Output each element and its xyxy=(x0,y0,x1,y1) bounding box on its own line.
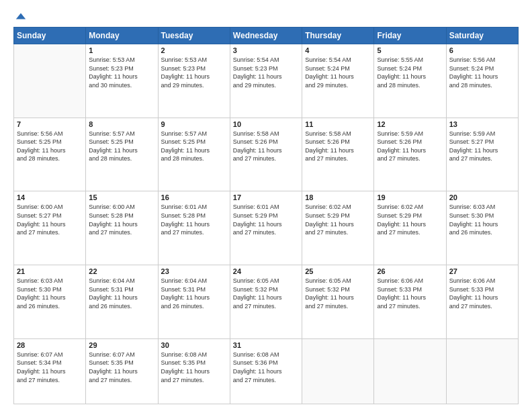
calendar-week-3: 14Sunrise: 6:00 AMSunset: 5:27 PMDayligh… xyxy=(14,191,519,265)
day-info: Sunrise: 6:07 AMSunset: 5:35 PMDaylight:… xyxy=(89,351,154,384)
day-info: Sunrise: 6:05 AMSunset: 5:32 PMDaylight:… xyxy=(233,277,299,310)
day-info: Sunrise: 6:04 AMSunset: 5:31 PMDaylight:… xyxy=(161,277,227,310)
calendar-table: SundayMondayTuesdayWednesdayThursdayFrid… xyxy=(13,27,519,404)
day-number: 18 xyxy=(305,193,371,201)
weekday-header-saturday: Saturday xyxy=(446,28,518,44)
day-info: Sunrise: 6:00 AMSunset: 5:27 PMDaylight:… xyxy=(17,203,83,236)
header xyxy=(13,11,519,21)
day-number: 14 xyxy=(17,193,83,201)
day-info: Sunrise: 5:58 AMSunset: 5:26 PMDaylight:… xyxy=(305,130,371,163)
calendar-week-2: 7Sunrise: 5:56 AMSunset: 5:25 PMDaylight… xyxy=(14,118,519,191)
day-info: Sunrise: 5:59 AMSunset: 5:26 PMDaylight:… xyxy=(377,130,443,163)
day-info: Sunrise: 6:02 AMSunset: 5:29 PMDaylight:… xyxy=(305,203,371,236)
calendar-cell: 2Sunrise: 5:53 AMSunset: 5:23 PMDaylight… xyxy=(158,44,230,118)
day-number: 4 xyxy=(305,46,371,54)
calendar-week-4: 21Sunrise: 6:03 AMSunset: 5:30 PMDayligh… xyxy=(14,265,519,339)
day-info: Sunrise: 6:03 AMSunset: 5:30 PMDaylight:… xyxy=(449,203,515,236)
day-number: 3 xyxy=(233,46,299,54)
calendar-cell xyxy=(302,338,374,404)
weekday-header-monday: Monday xyxy=(86,28,158,44)
day-number: 13 xyxy=(449,120,515,128)
day-number: 22 xyxy=(89,267,154,275)
day-info: Sunrise: 5:53 AMSunset: 5:23 PMDaylight:… xyxy=(161,56,227,89)
day-number: 11 xyxy=(305,120,371,128)
calendar-header: SundayMondayTuesdayWednesdayThursdayFrid… xyxy=(14,28,519,44)
calendar-cell: 6Sunrise: 5:56 AMSunset: 5:24 PMDaylight… xyxy=(446,44,518,118)
calendar-cell: 9Sunrise: 5:57 AMSunset: 5:25 PMDaylight… xyxy=(158,118,230,191)
weekday-header-tuesday: Tuesday xyxy=(158,28,230,44)
day-info: Sunrise: 5:54 AMSunset: 5:24 PMDaylight:… xyxy=(305,56,371,89)
day-info: Sunrise: 5:56 AMSunset: 5:25 PMDaylight:… xyxy=(17,130,83,163)
calendar-cell: 20Sunrise: 6:03 AMSunset: 5:30 PMDayligh… xyxy=(446,191,518,265)
day-number: 25 xyxy=(305,267,371,275)
day-info: Sunrise: 6:05 AMSunset: 5:32 PMDaylight:… xyxy=(305,277,371,310)
day-number: 2 xyxy=(161,46,227,54)
day-info: Sunrise: 6:03 AMSunset: 5:30 PMDaylight:… xyxy=(17,277,83,310)
day-info: Sunrise: 6:08 AMSunset: 5:36 PMDaylight:… xyxy=(233,351,299,384)
day-info: Sunrise: 6:00 AMSunset: 5:28 PMDaylight:… xyxy=(89,203,154,236)
weekday-header-row: SundayMondayTuesdayWednesdayThursdayFrid… xyxy=(14,28,519,44)
day-info: Sunrise: 6:01 AMSunset: 5:28 PMDaylight:… xyxy=(161,203,227,236)
day-number: 9 xyxy=(161,120,227,128)
page: SundayMondayTuesdayWednesdayThursdayFrid… xyxy=(0,0,532,411)
weekday-header-sunday: Sunday xyxy=(14,28,86,44)
weekday-header-friday: Friday xyxy=(374,28,446,44)
calendar-cell: 3Sunrise: 5:54 AMSunset: 5:23 PMDaylight… xyxy=(230,44,302,118)
day-info: Sunrise: 6:06 AMSunset: 5:33 PMDaylight:… xyxy=(377,277,443,310)
day-number: 6 xyxy=(449,46,515,54)
day-number: 20 xyxy=(449,193,515,201)
weekday-header-thursday: Thursday xyxy=(302,28,374,44)
day-info: Sunrise: 5:53 AMSunset: 5:23 PMDaylight:… xyxy=(89,56,154,89)
calendar-week-1: 1Sunrise: 5:53 AMSunset: 5:23 PMDaylight… xyxy=(14,44,519,118)
day-number: 24 xyxy=(233,267,299,275)
calendar-body: 1Sunrise: 5:53 AMSunset: 5:23 PMDaylight… xyxy=(14,44,519,404)
day-number: 16 xyxy=(161,193,227,201)
day-info: Sunrise: 6:06 AMSunset: 5:33 PMDaylight:… xyxy=(449,277,515,310)
day-info: Sunrise: 5:54 AMSunset: 5:23 PMDaylight:… xyxy=(233,56,299,89)
calendar-cell: 4Sunrise: 5:54 AMSunset: 5:24 PMDaylight… xyxy=(302,44,374,118)
day-number: 5 xyxy=(377,46,443,54)
calendar-cell: 28Sunrise: 6:07 AMSunset: 5:34 PMDayligh… xyxy=(14,338,86,404)
calendar-week-5: 28Sunrise: 6:07 AMSunset: 5:34 PMDayligh… xyxy=(14,338,519,404)
day-number: 27 xyxy=(449,267,515,275)
calendar-cell: 24Sunrise: 6:05 AMSunset: 5:32 PMDayligh… xyxy=(230,265,302,339)
day-number: 17 xyxy=(233,193,299,201)
calendar-cell: 11Sunrise: 5:58 AMSunset: 5:26 PMDayligh… xyxy=(302,118,374,191)
day-info: Sunrise: 5:57 AMSunset: 5:25 PMDaylight:… xyxy=(89,130,154,163)
calendar-cell: 30Sunrise: 6:08 AMSunset: 5:35 PMDayligh… xyxy=(158,338,230,404)
calendar-cell: 12Sunrise: 5:59 AMSunset: 5:26 PMDayligh… xyxy=(374,118,446,191)
calendar-cell: 16Sunrise: 6:01 AMSunset: 5:28 PMDayligh… xyxy=(158,191,230,265)
day-number: 19 xyxy=(377,193,443,201)
logo-icon xyxy=(15,11,27,23)
svg-marker-0 xyxy=(16,13,26,19)
day-number: 12 xyxy=(377,120,443,128)
day-number: 28 xyxy=(17,341,83,349)
calendar-cell: 27Sunrise: 6:06 AMSunset: 5:33 PMDayligh… xyxy=(446,265,518,339)
day-info: Sunrise: 6:04 AMSunset: 5:31 PMDaylight:… xyxy=(89,277,154,310)
calendar-cell: 26Sunrise: 6:06 AMSunset: 5:33 PMDayligh… xyxy=(374,265,446,339)
calendar-cell: 17Sunrise: 6:01 AMSunset: 5:29 PMDayligh… xyxy=(230,191,302,265)
calendar-cell: 19Sunrise: 6:02 AMSunset: 5:29 PMDayligh… xyxy=(374,191,446,265)
day-info: Sunrise: 6:01 AMSunset: 5:29 PMDaylight:… xyxy=(233,203,299,236)
day-info: Sunrise: 5:56 AMSunset: 5:24 PMDaylight:… xyxy=(449,56,515,89)
calendar-cell: 23Sunrise: 6:04 AMSunset: 5:31 PMDayligh… xyxy=(158,265,230,339)
day-number: 7 xyxy=(17,120,83,128)
calendar-cell xyxy=(446,338,518,404)
day-number: 15 xyxy=(89,193,154,201)
calendar-cell: 1Sunrise: 5:53 AMSunset: 5:23 PMDaylight… xyxy=(86,44,158,118)
calendar-cell: 13Sunrise: 5:59 AMSunset: 5:27 PMDayligh… xyxy=(446,118,518,191)
day-info: Sunrise: 5:59 AMSunset: 5:27 PMDaylight:… xyxy=(449,130,515,163)
day-number: 30 xyxy=(161,341,227,349)
day-number: 10 xyxy=(233,120,299,128)
day-info: Sunrise: 6:08 AMSunset: 5:35 PMDaylight:… xyxy=(161,351,227,384)
calendar-cell: 29Sunrise: 6:07 AMSunset: 5:35 PMDayligh… xyxy=(86,338,158,404)
calendar-cell: 10Sunrise: 5:58 AMSunset: 5:26 PMDayligh… xyxy=(230,118,302,191)
calendar-cell: 14Sunrise: 6:00 AMSunset: 5:27 PMDayligh… xyxy=(14,191,86,265)
calendar-cell: 22Sunrise: 6:04 AMSunset: 5:31 PMDayligh… xyxy=(86,265,158,339)
calendar-cell: 15Sunrise: 6:00 AMSunset: 5:28 PMDayligh… xyxy=(86,191,158,265)
calendar-cell xyxy=(374,338,446,404)
calendar-cell: 8Sunrise: 5:57 AMSunset: 5:25 PMDaylight… xyxy=(86,118,158,191)
day-info: Sunrise: 5:55 AMSunset: 5:24 PMDaylight:… xyxy=(377,56,443,89)
calendar-cell: 18Sunrise: 6:02 AMSunset: 5:29 PMDayligh… xyxy=(302,191,374,265)
day-number: 31 xyxy=(233,341,299,349)
